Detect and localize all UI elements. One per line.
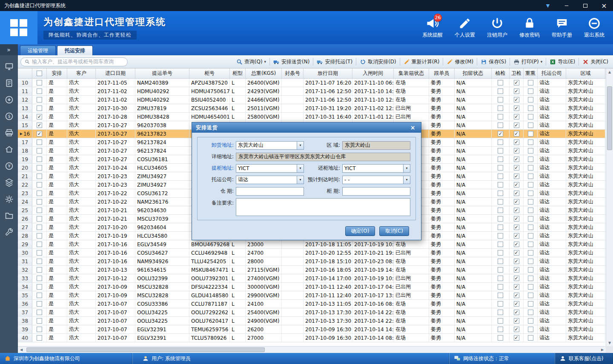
fumigation-checkbox[interactable] [528, 191, 533, 196]
cancel-arrange-button[interactable]: 取消安排(D) [358, 57, 398, 67]
plant-check-checkbox[interactable] [498, 191, 503, 196]
row-checkbox[interactable] [37, 242, 42, 247]
fumigation-checkbox[interactable] [528, 225, 533, 230]
container-period-input[interactable] [342, 187, 410, 196]
search-box[interactable] [20, 57, 128, 66]
plant-check-checkbox[interactable] [498, 242, 503, 247]
fumigation-checkbox[interactable] [528, 173, 533, 179]
plant-check-checkbox[interactable] [498, 259, 503, 264]
column-header-plant-check[interactable]: 植检 [492, 68, 510, 78]
plant-check-checkbox[interactable] [498, 97, 503, 102]
table-row[interactable]: 10是浩大2017-11-05NAM240389APZU4387520L2640… [18, 79, 606, 87]
fumigation-checkbox[interactable] [528, 216, 533, 222]
plant-check-checkbox[interactable] [498, 208, 503, 213]
row-checkbox[interactable] [37, 276, 42, 281]
plant-check-checkbox[interactable] [498, 216, 503, 222]
plant-check-checkbox[interactable] [498, 105, 503, 111]
fumigation-checkbox[interactable] [528, 165, 533, 171]
fumigation-checkbox[interactable] [528, 284, 533, 290]
sidebar-item-exchange[interactable]: ¥ [3, 161, 14, 171]
fumigation-checkbox[interactable] [528, 199, 533, 205]
help-manual-button[interactable]: 帮助手册 [549, 17, 575, 39]
table-row[interactable]: 36是浩大2017-10-07COSU33386CCLU7871187L2410… [18, 300, 606, 308]
table-row[interactable]: 31是浩大2017-10-16NAM934926TLLU4254205L2800… [18, 257, 606, 266]
row-checkbox[interactable] [37, 139, 42, 145]
table-row[interactable]: 35是浩大2017-10-09MSCU32828GLDU4148580L2990… [18, 291, 606, 300]
column-header-customer[interactable]: 客户 [67, 68, 96, 78]
health-check-checkbox[interactable]: ✓ [514, 122, 519, 128]
sidebar-collapse-button[interactable]: » [0, 44, 18, 55]
column-header-carrier[interactable]: 托运公司 [538, 68, 566, 78]
plant-check-checkbox[interactable] [498, 327, 503, 332]
fumigation-checkbox[interactable] [528, 242, 533, 247]
tab-shipping-arrangement[interactable]: 托运安排 [57, 46, 93, 55]
row-checkbox[interactable] [37, 327, 42, 332]
health-check-checkbox[interactable]: ✓ [514, 216, 519, 222]
health-check-checkbox[interactable]: ✓ [514, 173, 519, 179]
health-check-checkbox[interactable]: ✓ [514, 318, 519, 324]
warehouse-period-input[interactable] [236, 187, 304, 196]
health-check-checkbox[interactable]: ✓ [514, 284, 519, 290]
health-check-checkbox[interactable]: ✓ [514, 242, 519, 247]
fumigation-checkbox[interactable] [528, 114, 533, 119]
fumigation-checkbox[interactable] [528, 139, 533, 145]
health-check-checkbox[interactable]: ✓ [514, 191, 519, 196]
health-check-checkbox[interactable]: ✓ [514, 88, 519, 94]
sidebar-item-tools[interactable] [3, 227, 14, 237]
column-header-health-check[interactable]: 卫检 [510, 68, 524, 78]
fumigation-checkbox[interactable] [528, 105, 533, 111]
fumigation-checkbox[interactable] [528, 233, 533, 239]
plant-check-checkbox[interactable] [498, 156, 503, 162]
health-check-checkbox[interactable]: ✓ [514, 97, 519, 102]
table-row[interactable]: 11是浩大2017-11-02HDMU40292HDMU4750617L2429… [18, 87, 606, 96]
unload-address-select[interactable]: 东莞大岭山 ▾ [236, 141, 304, 150]
sidebar-item-home[interactable] [3, 144, 14, 154]
table-row[interactable]: 38是浩大2017-10-07OOLU34225OOLU7620417L2490… [18, 317, 606, 325]
fumigation-checkbox[interactable] [528, 259, 533, 264]
plant-check-checkbox[interactable] [498, 233, 503, 239]
dialog-titlebar[interactable]: 安排送货 × [192, 122, 421, 133]
fumigation-checkbox[interactable] [528, 267, 533, 273]
health-check-checkbox[interactable]: ✓ [514, 267, 519, 273]
fumigation-checkbox[interactable] [528, 318, 533, 324]
row-checkbox[interactable] [37, 216, 42, 222]
column-header-seal-number[interactable]: 封条号 [282, 68, 304, 78]
return-address-select[interactable]: YICT ▾ [342, 164, 410, 173]
table-row[interactable]: 39是浩大2017-10-07EGLV32391TEMU6259756L2620… [18, 325, 606, 334]
plant-check-checkbox[interactable] [498, 318, 503, 324]
cancel-button[interactable]: 取消(C) [379, 226, 409, 236]
column-header-arrange[interactable]: 安排 [47, 68, 67, 78]
table-row[interactable]: 14✓是浩大2017-10-28HDMU38428HDMU4654001L258… [18, 113, 606, 121]
fumigation-checkbox[interactable] [528, 310, 533, 315]
column-header-detain-status[interactable]: 扣留状态 [455, 68, 492, 78]
row-checkbox[interactable]: ✓ [37, 114, 42, 119]
column-header-container-number[interactable]: 柜号 [189, 68, 230, 78]
logout-user-button[interactable]: 注销用户 [484, 17, 510, 39]
row-checkbox[interactable] [37, 191, 42, 196]
print-button[interactable]: 打印(P)▾ [511, 57, 544, 67]
row-checkbox[interactable] [37, 156, 42, 162]
health-check-checkbox[interactable]: ✓ [514, 310, 519, 315]
health-check-checkbox[interactable]: ✓ [514, 293, 519, 298]
plant-check-checkbox[interactable] [498, 114, 503, 119]
plant-check-checkbox[interactable] [498, 165, 503, 171]
fumigation-checkbox[interactable] [528, 97, 533, 102]
plant-check-checkbox[interactable] [498, 80, 503, 85]
row-checkbox[interactable] [37, 250, 42, 256]
fumigation-checkbox[interactable] [528, 327, 533, 332]
modify-button[interactable]: 修改(M) [444, 57, 476, 67]
health-check-checkbox[interactable]: ✓ [514, 165, 519, 171]
table-row[interactable]: 13是浩大2017-10-30ZIMU37819ZCSU2563446L2501… [18, 104, 606, 113]
scroll-up-icon[interactable]: ▲ [606, 68, 613, 75]
scroll-right-icon[interactable]: ▶ [599, 347, 606, 353]
vertical-scrollbar[interactable]: ▲ ▼ [606, 68, 613, 346]
row-checkbox[interactable] [37, 318, 42, 324]
fumigation-checkbox[interactable] [528, 156, 533, 162]
health-check-checkbox[interactable]: ✓ [514, 233, 519, 239]
exit-system-button[interactable]: 退出系统 [581, 17, 607, 39]
fumigation-checkbox[interactable] [528, 182, 533, 188]
select-all-checkbox[interactable] [37, 71, 42, 76]
health-check-checkbox[interactable]: ✓ [514, 259, 519, 264]
table-row[interactable]: 12是浩大2017-11-02HDMU40292BSIU4052400L2446… [18, 96, 606, 104]
fumigation-checkbox[interactable] [528, 293, 533, 298]
